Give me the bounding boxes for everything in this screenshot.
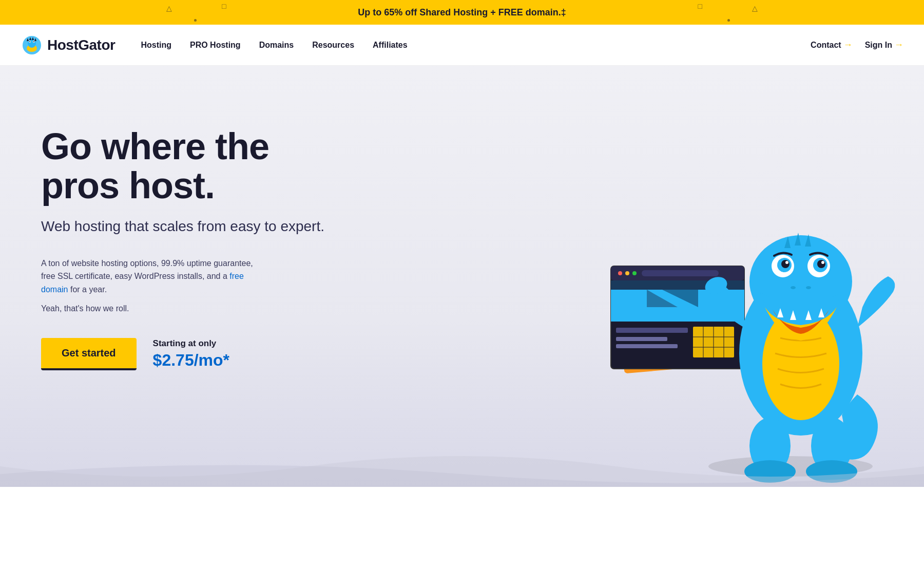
logo-link[interactable]: HostGator <box>21 34 115 56</box>
deco-triangle-1: △ <box>166 4 172 12</box>
contact-link[interactable]: Contact → <box>811 40 853 50</box>
svg-point-15 <box>618 271 622 275</box>
logo-text: HostGator <box>47 37 115 53</box>
svg-point-51 <box>821 261 824 264</box>
pricing-info: Starting at only $2.75/mo* <box>153 338 229 370</box>
deco-square-2: □ <box>698 2 702 10</box>
hero-wave <box>0 446 924 487</box>
nav-resources[interactable]: Resources <box>312 41 354 50</box>
svg-point-17 <box>632 271 637 275</box>
hero-section: Go where the pros host. Web hosting that… <box>0 66 924 487</box>
nav-affiliates[interactable]: Affiliates <box>373 41 408 50</box>
svg-point-16 <box>625 271 629 275</box>
hero-content: Go where the pros host. Web hosting that… <box>41 107 329 370</box>
hero-tagline: Yeah, that's how we roll. <box>41 304 329 313</box>
gator-mascot <box>693 148 909 487</box>
nav-pro-hosting[interactable]: PRO Hosting <box>190 41 241 50</box>
nav-right: Contact → Sign In → <box>811 40 903 50</box>
svg-point-7 <box>33 41 34 42</box>
hero-subtitle: Web hosting that scales from easy to exp… <box>41 217 329 236</box>
svg-point-56 <box>806 286 811 289</box>
price-label: $2.75/mo* <box>153 351 229 370</box>
svg-rect-22 <box>616 337 667 341</box>
promo-banner[interactable]: △ □ △ □ Up to 65% off Shared Hosting + F… <box>0 0 924 25</box>
nav-domains[interactable]: Domains <box>259 41 294 50</box>
svg-point-49 <box>817 260 825 268</box>
hero-description: A ton of website hosting options, 99.9% … <box>41 257 257 296</box>
navbar: HostGator Hosting PRO Hosting Domains Re… <box>0 25 924 66</box>
svg-point-3 <box>28 39 36 48</box>
nav-hosting[interactable]: Hosting <box>141 41 171 50</box>
deco-dot-2 <box>727 19 730 22</box>
banner-text: Up to 65% off Shared Hosting + FREE doma… <box>358 7 566 18</box>
contact-arrow-icon: → <box>843 40 853 50</box>
signin-arrow-icon: → <box>894 40 903 50</box>
get-started-button[interactable]: Get started <box>41 338 137 370</box>
svg-rect-23 <box>616 344 678 348</box>
hero-cta: Get started Starting at only $2.75/mo* <box>41 338 329 370</box>
deco-square-1: □ <box>222 2 226 10</box>
logo-gator-icon <box>21 34 43 56</box>
deco-dot-1 <box>194 19 197 22</box>
hero-title: Go where the pros host. <box>41 127 329 205</box>
signin-link[interactable]: Sign In → <box>865 40 903 50</box>
deco-triangle-2: △ <box>752 4 758 12</box>
nav-links: Hosting PRO Hosting Domains Resources Af… <box>141 41 811 50</box>
svg-rect-21 <box>616 328 688 333</box>
starting-at-label: Starting at only <box>153 338 229 349</box>
svg-point-55 <box>791 286 796 289</box>
svg-point-6 <box>29 41 30 42</box>
hero-illustration <box>539 127 924 487</box>
svg-point-50 <box>785 261 788 264</box>
svg-point-48 <box>781 260 790 268</box>
